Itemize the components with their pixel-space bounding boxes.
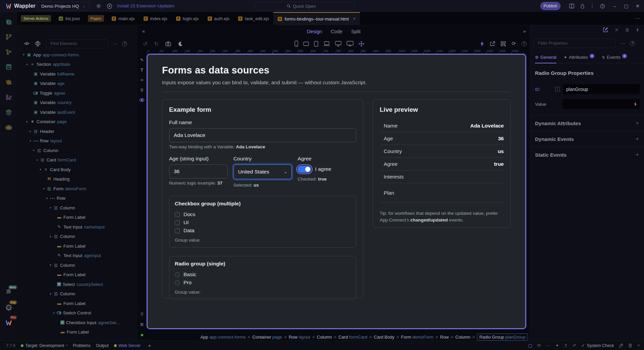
breadcrumb-item-container-page[interactable]: Container page	[252, 335, 282, 340]
open-in-browser-icon[interactable]	[490, 41, 495, 46]
routes-panel-icon[interactable]	[0, 76, 17, 89]
checkbox-data[interactable]	[175, 228, 180, 233]
expander-icon[interactable]: ▾	[25, 120, 29, 123]
tree-item-column[interactable]: ▾▥Column	[17, 232, 138, 242]
expander-icon[interactable]: ▾	[48, 292, 53, 296]
events-bolt-icon[interactable]	[636, 28, 639, 32]
tree-item-heading[interactable]: HHeading	[17, 174, 138, 184]
properties-tab-attributes[interactable]: ✦Attributes0	[564, 53, 594, 63]
git-panel-icon[interactable]	[0, 31, 17, 43]
quick-open-search[interactable]	[255, 2, 355, 10]
device-tablet-landscape-icon[interactable]	[303, 42, 309, 46]
expander-icon[interactable]: ▾	[35, 158, 39, 162]
info-icon[interactable]: i	[555, 87, 560, 92]
expander-icon[interactable]: ▾	[32, 149, 36, 152]
bindings-bolt-icon[interactable]	[480, 41, 484, 46]
styles-panel-icon[interactable]	[0, 91, 17, 104]
trash-icon[interactable]	[628, 343, 632, 348]
breadcrumb-item-row[interactable]: Row	[440, 335, 449, 340]
inspect-tool-icon[interactable]: ⚲	[138, 85, 146, 95]
edit-properties-icon[interactable]	[603, 27, 608, 33]
tree-item-column[interactable]: ▾▥Column	[17, 203, 138, 213]
responsive-resize-icon[interactable]	[359, 41, 364, 47]
find-elements-input[interactable]	[46, 39, 108, 48]
tree-item-row[interactable]: ▾●●●Row	[17, 194, 138, 203]
grid-handle-icon[interactable]: ⠿	[138, 309, 146, 319]
tree-item-row-layout[interactable]: ▾●●●Rowlayout	[17, 136, 138, 146]
close-tab-icon[interactable]: ×	[353, 16, 356, 21]
id-input[interactable]: planGroup	[563, 84, 640, 94]
breadcrumb-item-card-body[interactable]: Card Body	[374, 335, 394, 340]
device-laptop-icon[interactable]	[323, 41, 330, 46]
help-icon[interactable]	[599, 3, 606, 9]
brush-icon[interactable]: ✐	[573, 343, 576, 348]
breadcrumb-item-column[interactable]: Column	[317, 335, 332, 340]
document-tab-index-ejs[interactable]: 5index.ejs	[139, 12, 172, 25]
tree-item-toggle-agree[interactable]: Toggleagree	[17, 88, 138, 98]
agree-switch[interactable]	[298, 166, 311, 173]
edit-tool-icon[interactable]: ✎	[138, 55, 146, 65]
document-tab-server-actions[interactable]: Server Actions	[21, 15, 51, 22]
tree-item-container-page[interactable]: ▾■Containerpage	[17, 117, 138, 127]
quick-open-input[interactable]	[293, 4, 323, 9]
target-selector[interactable]: Target: Development ▾	[21, 343, 67, 348]
add-icon[interactable]: +	[636, 151, 639, 158]
maximize-button[interactable]: ▢	[621, 0, 631, 12]
section-dynamic-events[interactable]: Dynamic Events+	[530, 131, 644, 147]
assistant-panel-icon[interactable]	[0, 121, 17, 134]
code-view-icon[interactable]: </>	[24, 41, 29, 46]
tree-item-variable-fullname[interactable]: ▣VariablefullName	[17, 69, 138, 79]
refresh-icon[interactable]: ⟳	[512, 41, 516, 47]
cut-tools-icon[interactable]: ✕	[615, 27, 619, 33]
extensions-beta-icon[interactable]: Beta	[0, 286, 17, 299]
document-tab-task-edit-ejs[interactable]: 5task_edit.ejs	[234, 12, 273, 25]
canvas-help-icon[interactable]: ?	[522, 41, 527, 46]
tree-item-form-label[interactable]: ▬Form Label	[17, 241, 138, 251]
undo-icon[interactable]: ↺	[143, 41, 147, 47]
expander-icon[interactable]: ▾	[25, 63, 29, 66]
tree-item-form-label[interactable]: ▬Form Label	[17, 299, 138, 308]
tree-item-switch-control[interactable]: ▾Switch Control	[17, 308, 138, 318]
tree-item-column[interactable]: ▾▥Column	[17, 289, 138, 299]
device-phone-icon[interactable]	[294, 41, 298, 47]
section-dynamic-attributes[interactable]: Dynamic Attributes+	[530, 115, 644, 131]
tree-item-app-app-connect-forms[interactable]: ▾▣Appapp-connect-forms	[17, 50, 138, 60]
document-tab-forms-bindings-tour-manual-html[interactable]: 5forms-bindings--tour-manual.html×	[273, 12, 360, 25]
spark-icon[interactable]: ✦	[555, 343, 559, 348]
expander-icon[interactable]: ▾	[52, 311, 56, 315]
breadcrumb-item-row-layout[interactable]: Row layout	[289, 335, 310, 340]
wappler-pro-icon[interactable]: Pro	[0, 316, 17, 329]
country-select[interactable]: United States⌄	[233, 164, 292, 179]
device-desktop-icon[interactable]	[335, 41, 341, 46]
css-styles-icon[interactable]: ≣	[625, 27, 629, 33]
tree-item-column[interactable]: ▾▥Column	[17, 146, 138, 155]
tree-item-variable-lastevent[interactable]: ▣VariablelastEvent	[17, 107, 138, 117]
dynamic-value-bolt-icon[interactable]	[634, 102, 637, 106]
pages-panel-icon[interactable]	[0, 15, 17, 28]
tree-item-text-input-nameinput[interactable]: ✎Text InputnameInput	[17, 222, 138, 232]
view-tab-code[interactable]: Code	[331, 29, 342, 34]
expander-icon[interactable]: ▾	[45, 197, 49, 200]
text-tool-icon[interactable]: T	[138, 65, 146, 75]
tree-help-icon[interactable]: ?	[122, 41, 127, 46]
radio-basic[interactable]	[175, 272, 180, 277]
expander-icon[interactable]: ▸	[28, 130, 33, 133]
properties-help-icon[interactable]: ?	[630, 41, 635, 46]
add-panel-icon[interactable]: +	[148, 343, 151, 348]
export-icon[interactable]: ↥	[564, 343, 568, 348]
layers-panel-icon[interactable]	[0, 106, 17, 119]
full-name-input[interactable]: Ada Lovelace	[169, 128, 356, 142]
checkbox-docs[interactable]	[175, 212, 180, 217]
expander-icon[interactable]: ▾	[42, 187, 46, 190]
expander-icon[interactable]: ▾	[48, 206, 53, 209]
experimental-settings-icon[interactable]: Exp	[0, 301, 17, 314]
measure-tool-icon[interactable]: ⌯	[138, 75, 146, 85]
tree-item-form-label[interactable]: ▬Form Label	[17, 270, 138, 280]
add-icon[interactable]: +	[636, 120, 639, 127]
breadcrumb-item-card-formcard[interactable]: Card formCard	[338, 335, 367, 340]
tree-item-checkbox-input-agreeswi-[interactable]: ✓Checkbox InputagreeSwi...	[17, 318, 138, 328]
project-selector[interactable]: Demo Projects HQ ⌄	[37, 2, 90, 10]
view-tab-design[interactable]: Design	[307, 29, 322, 34]
section-static-events[interactable]: Static Events+	[530, 147, 644, 162]
close-button[interactable]: ✕	[633, 0, 643, 12]
